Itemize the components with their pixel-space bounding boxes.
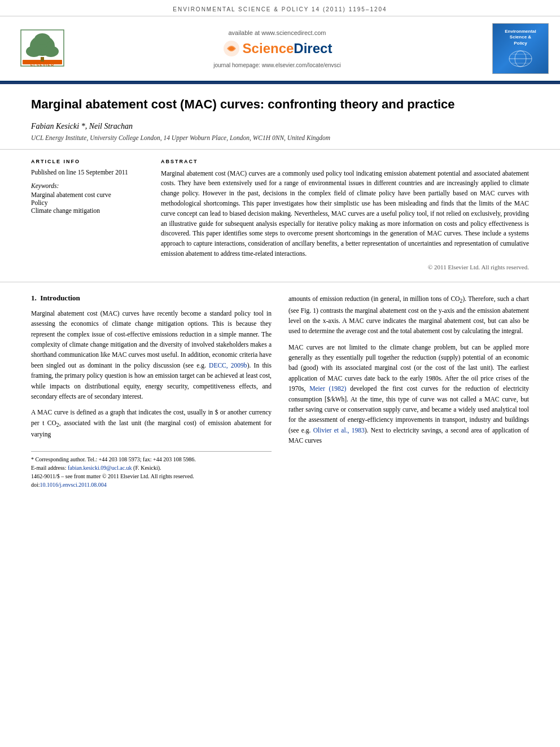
footnote-3: 1462-9011/$ – see front matter © 2011 El… — [31, 472, 272, 480]
globe-icon — [506, 49, 535, 68]
doi-link[interactable]: 10.1016/j.envsci.2011.08.004 — [40, 482, 107, 488]
journal-homepage-text: journal homepage: www.elsevier.com/locat… — [73, 62, 481, 68]
email-link[interactable]: fabian.kesicki.09@ucl.ac.uk — [68, 465, 132, 471]
article-title: Marginal abatement cost (MAC) curves: co… — [31, 97, 529, 113]
article-info-abstract: ARTICLE INFO Published on line 15 Septem… — [0, 150, 560, 282]
keyword-2: Policy — [31, 199, 144, 206]
abstract-panel: ABSTRACT Marginal abatement cost (MAC) c… — [161, 159, 529, 270]
svg-point-4 — [43, 46, 59, 57]
right-paragraph-2: MAC curves are not limited to the climat… — [288, 342, 529, 446]
author-name: Fabian Kesicki *, Neil Strachan — [31, 122, 133, 130]
section-number: 1. — [31, 294, 37, 302]
footnote-1: * Corresponding author. Tel.: +44 203 10… — [31, 455, 272, 464]
article-title-section: Marginal abatement cost (MAC) curves: co… — [0, 84, 560, 150]
article-authors: Fabian Kesicki *, Neil Strachan — [31, 122, 529, 131]
decc-link[interactable]: DECC, 2009b — [209, 362, 247, 369]
svg-rect-6 — [41, 57, 44, 62]
article-info-heading: ARTICLE INFO — [31, 159, 144, 164]
copyright-text: © 2011 Elsevier Ltd. All rights reserved… — [161, 264, 529, 270]
article-info-panel: ARTICLE INFO Published on line 15 Septem… — [31, 159, 144, 270]
keywords-label: Keywords: — [31, 182, 144, 189]
intro-paragraph-1: Marginal abatement cost (MAC) curves hav… — [31, 308, 272, 402]
available-text: available at www.sciencedirect.com — [73, 29, 481, 36]
footnote-4: doi:10.1016/j.envsci.2011.08.004 — [31, 480, 272, 489]
abstract-heading: ABSTRACT — [161, 159, 529, 164]
publisher-banner: ELSEVIER available at www.sciencedirect.… — [0, 16, 560, 82]
svg-point-3 — [26, 46, 42, 57]
published-date: Published on line 15 September 2011 — [31, 169, 144, 176]
journal-cover-area: Environmental Science & Policy — [481, 23, 549, 74]
intro-paragraph-2: A MAC curve is defined as a graph that i… — [31, 407, 272, 439]
journal-cover-title-text: Environmental Science & Policy — [505, 29, 536, 46]
affiliation: UCL Energy Institute, University College… — [31, 134, 529, 141]
right-column: amounts of emission reduction (in genera… — [288, 294, 529, 489]
right-paragraph-1: amounts of emission reduction (in genera… — [288, 294, 529, 337]
svg-point-5 — [34, 33, 50, 45]
sciencedirect-logo: ScienceDirect — [73, 40, 481, 58]
keyword-3: Climate change mitigation — [31, 207, 144, 214]
sciencedirect-text: ScienceDirect — [243, 41, 333, 56]
elsevier-logo-area: ELSEVIER — [11, 29, 73, 68]
elsevier-logo: ELSEVIER — [11, 29, 73, 68]
section-1-heading: 1. Introduction — [31, 294, 272, 303]
sciencedirect-icon — [222, 40, 240, 58]
footnote-2: E-mail address: fabian.kesicki.09@ucl.ac… — [31, 464, 272, 472]
sciencedirect-banner: available at www.sciencedirect.com Scien… — [73, 29, 481, 68]
keyword-1: Marginal abatement cost curve — [31, 191, 144, 198]
left-column: 1. Introduction Marginal abatement cost … — [31, 294, 272, 489]
main-content: 1. Introduction Marginal abatement cost … — [0, 282, 560, 500]
svg-text:ELSEVIER: ELSEVIER — [30, 63, 55, 67]
olivier-link[interactable]: Olivier et al., 1983 — [313, 427, 365, 434]
journal-header: Environmental Science & Policy 14 (2011)… — [0, 0, 560, 16]
meier-link[interactable]: Meier (1982) — [309, 385, 346, 392]
section-title: Introduction — [40, 294, 80, 302]
abstract-text: Marginal abatement cost (MAC) curves are… — [161, 169, 529, 259]
journal-cover-image: Environmental Science & Policy — [492, 23, 549, 74]
elsevier-tree-icon: ELSEVIER — [20, 29, 65, 68]
journal-title-text: Environmental Science & Policy 14 (2011)… — [173, 6, 387, 12]
footnote-area: * Corresponding author. Tel.: +44 203 10… — [31, 451, 272, 489]
